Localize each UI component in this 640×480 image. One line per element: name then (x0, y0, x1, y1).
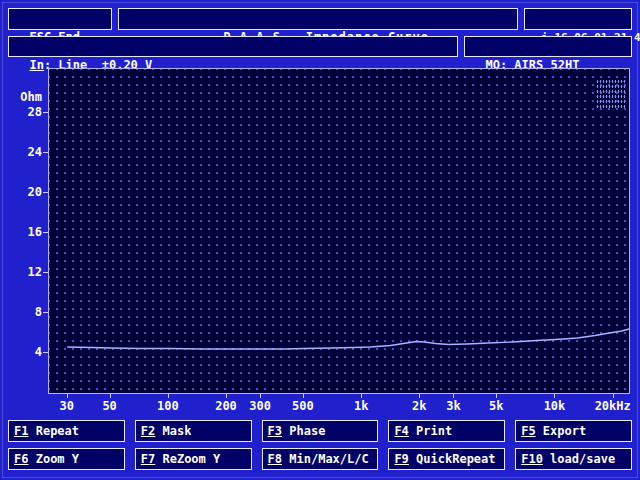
y-tick-label: 20 (4, 185, 42, 199)
f3-button[interactable]: F3 Phase (262, 420, 379, 442)
x-tick-label: 5k (489, 399, 503, 413)
x-tick-mark (361, 393, 362, 398)
y-tick-label: 4 (4, 345, 42, 359)
x-tick-label: 2k (412, 399, 426, 413)
f6-key-label: F6 (14, 452, 28, 466)
y-tick-label: 8 (4, 305, 42, 319)
x-tick-mark (110, 393, 111, 398)
f8-key-label: F8 (268, 452, 282, 466)
f4-key-label: F4 (394, 424, 408, 438)
x-tick-label: 3k (446, 399, 460, 413)
esc-end-button[interactable]: ESC End (8, 8, 112, 30)
impedance-curve (68, 329, 629, 349)
f5-label: Export (536, 424, 587, 438)
f7-button[interactable]: F7 ReZoom Y (135, 448, 252, 470)
f7-label: ReZoom Y (155, 452, 220, 466)
f9-label: QuickRepeat (409, 452, 496, 466)
model-name-label: : AIRS 52HT (500, 58, 579, 72)
y-tick-label: 16 (4, 225, 42, 239)
f6-label: Zoom Y (28, 452, 79, 466)
f4-label: Print (409, 424, 452, 438)
x-tick-mark (260, 393, 261, 398)
f10-button[interactable]: F10 load/save (515, 448, 632, 470)
y-tick-mark (43, 112, 48, 113)
f4-button[interactable]: F4 Print (388, 420, 505, 442)
y-tick-label: 24 (4, 145, 42, 159)
f5-key-label: F5 (521, 424, 535, 438)
plot-area (48, 68, 630, 394)
x-tick-mark (613, 393, 614, 398)
info-datetime-button[interactable]: i 16.06.01 21 45 (524, 8, 632, 30)
x-tick-mark (303, 393, 304, 398)
f9-key-label: F9 (394, 452, 408, 466)
x-tick-label: 300 (249, 399, 271, 413)
input-level-button[interactable]: In: Line ±0.20 V (8, 36, 458, 57)
x-tick-mark (419, 393, 420, 398)
x-tick-mark (554, 393, 555, 398)
function-key-row-2: F6 Zoom YF7 ReZoom YF8 Min/Max/L/CF9 Qui… (8, 448, 632, 470)
f10-label: load/save (543, 452, 615, 466)
f2-button[interactable]: F2 Mask (135, 420, 252, 442)
input-key-label: In (29, 58, 43, 72)
f2-label: Mask (155, 424, 191, 438)
f6-button[interactable]: F6 Zoom Y (8, 448, 125, 470)
y-tick-mark (43, 312, 48, 313)
x-tick-label: 200 (215, 399, 237, 413)
y-axis-unit-label: Ohm (4, 90, 42, 104)
curve-canvas (49, 69, 629, 393)
model-button[interactable]: MO: AIRS 52HT (464, 36, 632, 57)
plot-noise-artifact (596, 79, 626, 109)
x-tick-mark (453, 393, 454, 398)
f3-key-label: F3 (268, 424, 282, 438)
x-tick-label: 10k (544, 399, 566, 413)
model-key-label: MO (485, 58, 499, 72)
window-title: D A A S Impedance Curve (118, 8, 518, 30)
y-tick-mark (43, 272, 48, 273)
f3-label: Phase (282, 424, 325, 438)
x-tick-label: 50 (102, 399, 116, 413)
y-tick-mark (43, 152, 48, 153)
function-key-row-1: F1 RepeatF2 MaskF3 PhaseF4 PrintF5 Expor… (8, 420, 632, 442)
y-tick-label: 12 (4, 265, 42, 279)
f2-key-label: F2 (141, 424, 155, 438)
x-tick-mark (226, 393, 227, 398)
f10-key-label: F10 (521, 452, 543, 466)
x-tick-label: 30 (60, 399, 74, 413)
x-tick-label: 1k (354, 399, 368, 413)
x-tick-mark (67, 393, 68, 398)
f8-button[interactable]: F8 Min/Max/L/C (262, 448, 379, 470)
f7-key-label: F7 (141, 452, 155, 466)
x-tick-mark (496, 393, 497, 398)
y-tick-label: 28 (4, 105, 42, 119)
f1-label: Repeat (28, 424, 79, 438)
y-tick-mark (43, 352, 48, 353)
x-tick-mark (168, 393, 169, 398)
f9-button[interactable]: F9 QuickRepeat (388, 448, 505, 470)
y-tick-mark (43, 232, 48, 233)
f1-button[interactable]: F1 Repeat (8, 420, 125, 442)
f5-button[interactable]: F5 Export (515, 420, 632, 442)
input-level-label: : Line ±0.20 V (44, 58, 152, 72)
f8-label: Min/Max/L/C (282, 452, 369, 466)
y-tick-mark (43, 192, 48, 193)
x-tick-label: 20kHz (595, 399, 631, 413)
f1-key-label: F1 (14, 424, 28, 438)
x-tick-label: 500 (292, 399, 314, 413)
x-tick-label: 100 (157, 399, 179, 413)
